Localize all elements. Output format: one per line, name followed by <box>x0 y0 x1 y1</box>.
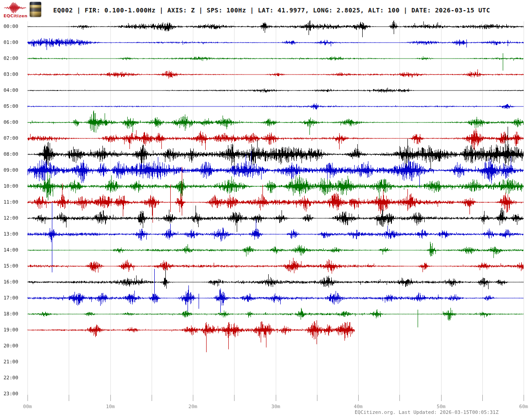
hour-label: 04:00 <box>4 88 26 93</box>
footer-note: EQCitizen.org. Last Updated: 2026-03-15T… <box>355 409 499 415</box>
eqcitizen-logo: EQCitizen <box>4 2 27 19</box>
hour-label: 10:00 <box>4 184 26 189</box>
hour-label: 16:00 <box>4 279 26 285</box>
hour-label: 07:00 <box>4 136 26 141</box>
minute-label: 60m <box>514 404 532 409</box>
minute-label: 20m <box>183 404 203 409</box>
seismic-waveform-icon <box>4 2 26 14</box>
hour-label: 05:00 <box>4 104 26 109</box>
station-title: EQ002 | FIR: 0.100-1.000Hz | AXIS: Z | S… <box>53 0 490 20</box>
hour-label: 02:00 <box>4 56 26 61</box>
hour-label: 13:00 <box>4 232 26 237</box>
hour-label: 06:00 <box>4 120 26 125</box>
hour-label: 09:00 <box>4 168 26 173</box>
helicorder-page: EQCitizen EQ002 | FIR: 0.100-1.000Hz | A… <box>0 0 532 417</box>
minute-label: 40m <box>348 404 368 409</box>
hour-label: 21:00 <box>4 359 26 365</box>
hour-label: 00:00 <box>4 24 26 29</box>
hour-label: 15:00 <box>4 264 26 269</box>
minute-label: 10m <box>101 404 120 409</box>
logo-text: EQCitizen <box>4 13 27 18</box>
hour-label: 11:00 <box>4 200 26 205</box>
hour-label: 19:00 <box>4 327 26 333</box>
hour-label: 22:00 <box>4 375 26 381</box>
seismometer-photo <box>30 2 41 17</box>
header: EQCitizen EQ002 | FIR: 0.100-1.000Hz | A… <box>0 0 532 20</box>
hour-label: 14:00 <box>4 248 26 253</box>
hour-label: 18:00 <box>4 311 26 317</box>
hour-label: 03:00 <box>4 72 26 77</box>
hour-label: 12:00 <box>4 216 26 221</box>
minute-label: 30m <box>266 404 286 409</box>
hour-label: 01:00 <box>4 40 26 45</box>
hour-label: 08:00 <box>4 152 26 157</box>
hour-label: 20:00 <box>4 343 26 349</box>
minute-label: 50m <box>431 404 451 409</box>
hour-label: 17:00 <box>4 295 26 301</box>
minute-label: 00m <box>18 404 37 409</box>
trace-canvas <box>0 0 532 417</box>
hour-label: 23:00 <box>4 391 26 397</box>
